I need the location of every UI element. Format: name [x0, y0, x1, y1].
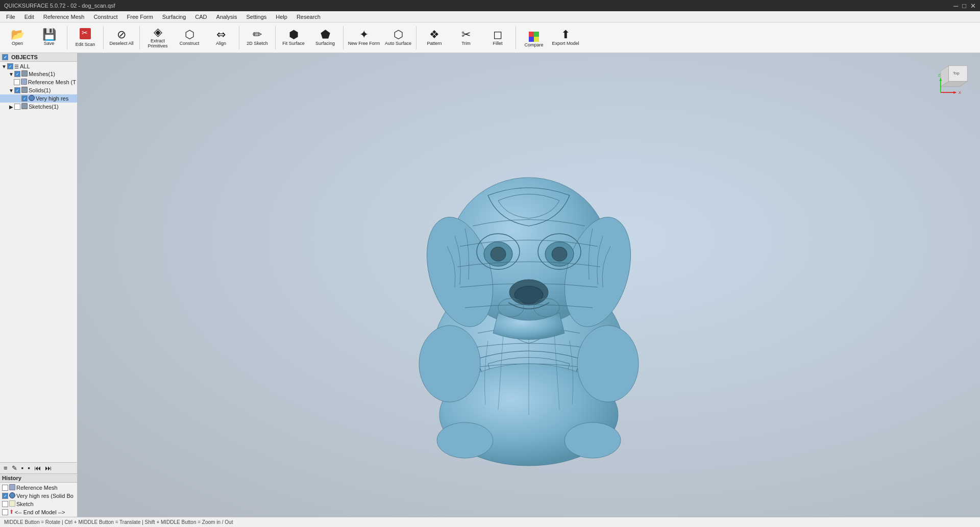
- menu-item-help[interactable]: Help: [272, 13, 291, 21]
- window-controls: ─ □ ✕: [953, 2, 976, 10]
- trim-icon: ✂: [461, 29, 471, 40]
- toolbar-btn-extract-primitives[interactable]: ◈Extract Primitives: [142, 24, 173, 52]
- history-panel: ≡ ✎ ▪ ▪ ⏮ ⏭ History Reference MeshVery h…: [0, 462, 77, 517]
- hist-btn-last[interactable]: ⏭: [43, 464, 53, 472]
- hist-btn-1[interactable]: ≡: [2, 464, 9, 472]
- svg-marker-32: [953, 91, 956, 94]
- tree-checkbox-sketches[interactable]: [14, 104, 20, 110]
- toolbar-btn-fit-surface[interactable]: ⬢Fit Surface: [278, 24, 309, 52]
- toolbar-btn-new-free-form[interactable]: ✦New Free Form: [346, 24, 382, 52]
- tree-item-solids[interactable]: ▼Solids(1): [0, 86, 77, 94]
- menu-item-cad[interactable]: CAD: [191, 13, 211, 21]
- tree-item-meshes[interactable]: ▼Meshes(1): [0, 70, 77, 78]
- hist-checkbox-end-model-h[interactable]: [2, 509, 8, 515]
- x-axis-label: X: [959, 90, 962, 95]
- menu-item-surfacing[interactable]: Surfacing: [158, 13, 190, 21]
- toolbar-btn-save[interactable]: 💾Save: [34, 24, 64, 52]
- svg-point-24: [565, 422, 621, 458]
- tree-label-ref-mesh: Reference Mesh (T: [28, 79, 76, 85]
- hist-btn-3[interactable]: ▪: [20, 464, 26, 472]
- close-button[interactable]: ✕: [970, 2, 976, 10]
- tree-item-ref-mesh[interactable]: Reference Mesh (T: [0, 78, 77, 86]
- tree-item-all[interactable]: ▼☰ALL: [0, 63, 77, 70]
- new-free-form-icon: ✦: [359, 29, 369, 40]
- menu-item-file[interactable]: File: [2, 13, 19, 21]
- tree-item-very-high-res[interactable]: Very high res: [0, 94, 77, 103]
- menu-item-research[interactable]: Research: [292, 13, 325, 21]
- statusbar-text: MIDDLE Button = Rotate | Ctrl + MIDDLE B…: [4, 519, 233, 525]
- fillet-label: Fillet: [493, 41, 502, 46]
- history-item-ref-mesh-h[interactable]: Reference Mesh: [0, 484, 77, 492]
- fit-surface-label: Fit Surface: [282, 41, 305, 46]
- tree-label-all: ALL: [20, 63, 30, 69]
- hist-checkbox-ref-mesh-h[interactable]: [2, 485, 8, 491]
- hist-label-very-high-res-h: Very high res (Solid Bo: [16, 493, 74, 499]
- maximize-button[interactable]: □: [962, 2, 966, 10]
- tree-checkbox-ref-mesh[interactable]: [14, 79, 20, 85]
- toolbar-btn-open[interactable]: 📂Open: [2, 24, 33, 52]
- tree-type-icon-solids: [21, 87, 29, 94]
- main-area: OBJECTS ▼☰ALL▼Meshes(1) Reference Mesh (…: [0, 53, 980, 517]
- left-panel: OBJECTS ▼☰ALL▼Meshes(1) Reference Mesh (…: [0, 53, 78, 517]
- history-item-sketch-h[interactable]: Sketch: [0, 500, 77, 508]
- toolbar-btn-align[interactable]: ⇔Align: [206, 24, 236, 52]
- menu-item-free-form[interactable]: Free Form: [123, 13, 157, 21]
- toolbar-btn-edit-scan[interactable]: ✂Edit Scan: [70, 24, 101, 52]
- compare-label: Compare: [524, 43, 543, 48]
- toolbar-btn-auto-surface[interactable]: ⬡Auto Surface: [383, 24, 413, 52]
- hist-btn-2[interactable]: ✎: [10, 464, 19, 472]
- toolbar-btn-surfacing[interactable]: ⬟Surfacing: [310, 24, 340, 52]
- menu-item-reference-mesh[interactable]: Reference Mesh: [39, 13, 89, 21]
- tree-checkbox-meshes[interactable]: [14, 71, 20, 77]
- tree-type-icon-meshes: [21, 70, 29, 78]
- tree-spacer: [15, 95, 21, 102]
- app-title: QUICKSURFACE 5.0.72 - 02 - dog_scan.qsf: [4, 3, 115, 9]
- hist-btn-4[interactable]: ▪: [26, 464, 32, 472]
- tree-toggle-all[interactable]: ▼: [1, 64, 7, 69]
- hist-checkbox-sketch-h[interactable]: [2, 501, 8, 507]
- history-header: History: [0, 474, 77, 483]
- align-label: Align: [216, 41, 226, 46]
- tree-type-icon-very-high-res: [29, 95, 36, 102]
- svg-point-8: [491, 247, 506, 261]
- hist-icon-ref-mesh-h: [9, 484, 16, 491]
- hist-btn-first[interactable]: ⏮: [33, 464, 42, 472]
- menu-item-analysis[interactable]: Analysis: [212, 13, 241, 21]
- deselect-all-label: Deselect All: [109, 41, 133, 46]
- toolbar-btn-export-model[interactable]: ⬆Export Model: [550, 24, 581, 52]
- auto-surface-label: Auto Surface: [385, 41, 411, 46]
- toolbar-btn-construct[interactable]: ⬡Construct: [174, 24, 205, 52]
- objects-panel-header: OBJECTS: [0, 53, 77, 62]
- tree-checkbox-solids[interactable]: [14, 87, 20, 93]
- save-icon: 💾: [42, 29, 56, 40]
- toolbar: 📂Open💾Save✂Edit Scan⊘Deselect All◈Extrac…: [0, 22, 980, 53]
- toolbar-btn-compare[interactable]: Compare: [519, 24, 549, 52]
- toolbar-btn-trim[interactable]: ✂Trim: [451, 24, 481, 52]
- tree-toggle-sketches[interactable]: ▶: [8, 104, 14, 110]
- save-label: Save: [44, 41, 55, 46]
- open-icon: 📂: [11, 29, 24, 40]
- viewport[interactable]: Top X Z: [78, 53, 980, 517]
- objects-all-checkbox[interactable]: [2, 54, 8, 60]
- tree-item-sketches[interactable]: ▶Sketches(1): [0, 103, 77, 111]
- minimize-button[interactable]: ─: [953, 2, 958, 10]
- svg-point-26: [419, 325, 480, 402]
- toolbar-btn-pattern[interactable]: ❖Pattern: [419, 24, 450, 52]
- toolbar-btn-fillet[interactable]: ◻Fillet: [482, 24, 513, 52]
- toolbar-btn-deselect-all[interactable]: ⊘Deselect All: [106, 24, 137, 52]
- menu-item-construct[interactable]: Construct: [89, 13, 121, 21]
- tree-checkbox-all[interactable]: [7, 63, 13, 69]
- compare-icon: [529, 28, 539, 42]
- hist-label-ref-mesh-h: Reference Mesh: [16, 485, 58, 491]
- tree-checkbox-very-high-res[interactable]: [21, 95, 28, 102]
- menu-item-edit[interactable]: Edit: [20, 13, 38, 21]
- hist-checkbox-very-high-res-h[interactable]: [2, 493, 8, 499]
- export-model-label: Export Model: [552, 41, 579, 46]
- toolbar-btn-2d-sketch[interactable]: ✏2D Sketch: [242, 24, 273, 52]
- history-item-very-high-res-h[interactable]: Very high res (Solid Bo: [0, 492, 77, 500]
- menu-item-settings[interactable]: Settings: [242, 13, 271, 21]
- tree-toggle-solids[interactable]: ▼: [8, 88, 14, 93]
- pattern-icon: ❖: [429, 29, 439, 40]
- tree-toggle-meshes[interactable]: ▼: [8, 71, 14, 77]
- history-item-end-model-h[interactable]: ⬆<-- End of Model -->: [0, 508, 77, 516]
